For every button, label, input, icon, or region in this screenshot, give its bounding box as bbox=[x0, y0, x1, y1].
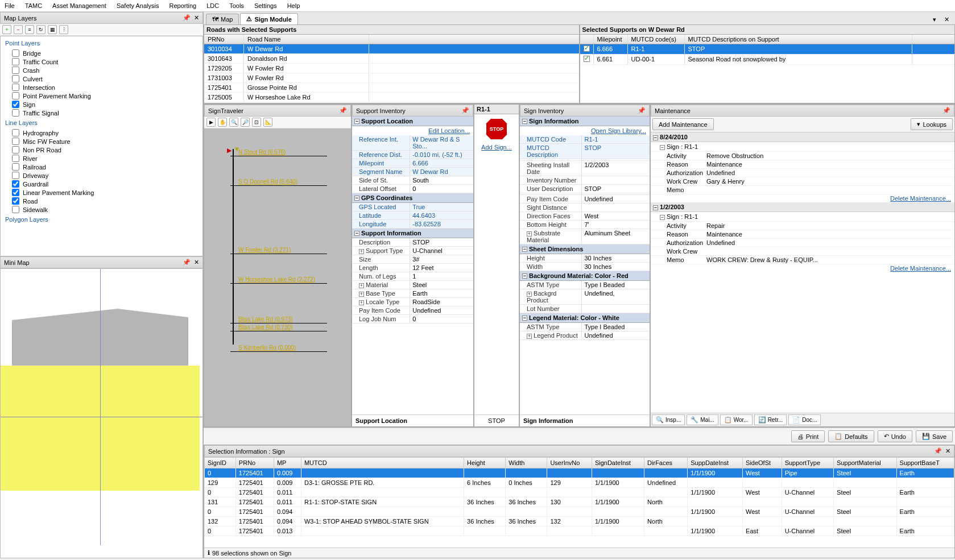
layer-checkbox[interactable] bbox=[12, 138, 19, 145]
prop-row[interactable]: DescriptionSTOP bbox=[352, 238, 473, 247]
layer-misc-fw-feature[interactable]: Misc FW Feature bbox=[2, 137, 201, 146]
layers-tree[interactable]: Point LayersBridgeTraffic CountCrashCulv… bbox=[0, 36, 203, 256]
lookups-button[interactable]: ▾Lookups bbox=[911, 118, 953, 130]
tab-map[interactable]: 🗺Map bbox=[206, 14, 239, 24]
maint-date[interactable]: − 8/24/2010 bbox=[651, 132, 954, 142]
prop-row[interactable]: Inventory Number bbox=[520, 176, 650, 185]
prop-row[interactable]: Reference Dist.-0.010 mi. (-52 ft.) bbox=[352, 151, 473, 159]
prop-row[interactable]: + Backgrd ProductUndefined, bbox=[520, 289, 650, 305]
prop-section[interactable]: − Support Information bbox=[352, 229, 473, 238]
maint-field[interactable]: AuthorizationUndefined bbox=[651, 239, 954, 247]
maint-field[interactable]: Work Crew bbox=[651, 247, 954, 256]
add-maintenance-button[interactable]: Add Maintenance bbox=[652, 118, 714, 130]
pin-icon[interactable]: 📌 bbox=[942, 107, 950, 114]
expand-icon[interactable]: + bbox=[359, 249, 364, 254]
menu-settings[interactable]: Settings bbox=[254, 2, 277, 9]
layer-culvert[interactable]: Culvert bbox=[2, 74, 201, 83]
zoom-out-icon[interactable]: 🔎 bbox=[241, 118, 250, 127]
expand-icon[interactable]: + bbox=[527, 292, 532, 297]
expand-icon[interactable]: + bbox=[527, 334, 532, 339]
maint-field[interactable]: Work CrewGary & Henry bbox=[651, 177, 954, 186]
footer-tab-wor[interactable]: 📋Wor... bbox=[720, 414, 753, 425]
layer-traffic-count[interactable]: Traffic Count bbox=[2, 57, 201, 66]
maint-field[interactable]: AuthorizationUndefined bbox=[651, 169, 954, 177]
prop-row[interactable]: Log Job Num0 bbox=[352, 315, 473, 323]
supports-grid[interactable]: 6.666R1-1STOP6.661UD-00-1Seasonal Road n… bbox=[580, 44, 955, 103]
selection-row[interactable]: 017254010.0091/1/1900WestPipeSteelEarth bbox=[205, 468, 954, 478]
road-row[interactable]: 1731003W Fowler Rd bbox=[204, 73, 579, 83]
selection-row[interactable]: 13117254010.011R1-1: STOP-STATE SIGN36 I… bbox=[205, 497, 954, 507]
prop-section[interactable]: − Background Material: Color - Red bbox=[520, 271, 650, 281]
prop-row[interactable]: Bottom Height7' bbox=[520, 221, 650, 229]
layer-section[interactable]: Polygon Layers bbox=[2, 214, 201, 225]
defaults-button[interactable]: 📋Defaults bbox=[828, 430, 874, 442]
prop-row[interactable]: Side of St.South bbox=[352, 176, 473, 185]
road-label[interactable]: W Fowler Rd (3.271) bbox=[238, 247, 291, 253]
selection-grid[interactable]: SignIDPRNoMPMUTCDHeightWidthUserInvNoSig… bbox=[204, 457, 954, 547]
prop-row[interactable]: Direction FacesWest bbox=[520, 212, 650, 221]
layer-guardrail[interactable]: Guardrail bbox=[2, 180, 201, 188]
save-button[interactable]: 💾Save bbox=[916, 430, 953, 442]
layer-section[interactable]: Line Layers bbox=[2, 117, 201, 128]
prop-row[interactable]: GPS LocatedTrue bbox=[352, 203, 473, 211]
layer-sidewalk[interactable]: Sidewalk bbox=[2, 205, 201, 214]
edit-location-link[interactable]: Edit Location... bbox=[428, 127, 470, 134]
road-row[interactable]: 3010034W Dewar Rd bbox=[204, 44, 579, 54]
layer-hydrography[interactable]: Hydrography bbox=[2, 128, 201, 137]
road-label[interactable]: S Kimberlin Rd (0.000) bbox=[238, 345, 296, 351]
layer-section[interactable]: Point Layers bbox=[2, 38, 201, 49]
road-label[interactable]: W Horseshoe Lake Rd (2.272) bbox=[238, 276, 315, 283]
maint-field[interactable]: ReasonMaintenance bbox=[651, 160, 954, 169]
col-header[interactable]: SignDateInst bbox=[592, 458, 644, 468]
layer-checkbox[interactable] bbox=[12, 101, 19, 108]
support-row[interactable]: 6.661UD-00-1Seasonal Road not snowplowed… bbox=[580, 55, 955, 65]
prop-row[interactable]: Pay Item CodeUndefined bbox=[520, 195, 650, 204]
pin-icon[interactable]: 📌 bbox=[183, 259, 191, 266]
road-row[interactable]: 1729205W Fowler Rd bbox=[204, 64, 579, 73]
selection-row[interactable]: 017254010.0941/1/1900WestU-ChannelSteelE… bbox=[205, 507, 954, 517]
sign-props[interactable]: − Sign InformationOpen Sign Library...MU… bbox=[520, 117, 650, 414]
prop-row[interactable]: Num. of Legs1 bbox=[352, 272, 473, 281]
layer-driveway[interactable]: Driveway bbox=[2, 171, 201, 180]
prop-row[interactable]: Lot Number bbox=[520, 305, 650, 313]
col-header[interactable]: Width bbox=[506, 458, 547, 468]
layer-traffic-signal[interactable]: Traffic Signal bbox=[2, 109, 201, 117]
expand-icon[interactable]: + bbox=[527, 231, 532, 237]
menu-ldc[interactable]: LDC bbox=[206, 2, 219, 9]
remove-icon[interactable]: − bbox=[14, 25, 23, 34]
prop-row[interactable]: ASTM TypeType I Beaded bbox=[520, 281, 650, 289]
layer-checkbox[interactable] bbox=[12, 180, 19, 188]
maint-field[interactable]: Memo bbox=[651, 186, 954, 194]
zoom-in-icon[interactable]: 🔍 bbox=[229, 118, 238, 127]
layer-icon[interactable]: ≡ bbox=[25, 25, 34, 34]
support-props[interactable]: − Support LocationEdit Location...Refere… bbox=[352, 117, 473, 414]
layer-checkbox[interactable] bbox=[12, 172, 19, 179]
refresh-icon[interactable]: ↻ bbox=[36, 25, 46, 34]
dropdown-icon[interactable]: ▾ bbox=[929, 15, 940, 24]
layer-crash[interactable]: Crash bbox=[2, 66, 201, 74]
prop-row[interactable]: + Base TypeEarth bbox=[352, 289, 473, 298]
road-label[interactable]: Bliss Lake Rd (0.973) bbox=[238, 316, 293, 322]
selection-row[interactable]: 017254010.0111/1/1900WestU-ChannelSteelE… bbox=[205, 488, 954, 497]
print-button[interactable]: 🖨Print bbox=[791, 430, 825, 442]
layer-bridge[interactable]: Bridge bbox=[2, 49, 201, 57]
roads-grid[interactable]: 3010034W Dewar Rd3010643Donaldson Rd1729… bbox=[204, 44, 579, 103]
support-row[interactable]: 6.666R1-1STOP bbox=[580, 44, 955, 55]
layer-checkbox[interactable] bbox=[12, 163, 19, 171]
prop-section[interactable]: − Support Location bbox=[352, 117, 473, 126]
legend-icon[interactable]: ▦ bbox=[48, 25, 57, 34]
footer-tab-doc[interactable]: 📄Doc... bbox=[788, 414, 821, 425]
layer-checkbox[interactable] bbox=[12, 189, 19, 196]
col-header[interactable]: SideOfSt bbox=[743, 458, 782, 468]
col-header[interactable]: PRNo bbox=[235, 458, 274, 468]
prop-row[interactable]: Reference Int.W Dewar Rd & S Sto... bbox=[352, 135, 473, 151]
road-label[interactable]: N Stout Rd (6.676) bbox=[238, 149, 286, 155]
road-row[interactable]: 1725401Grosse Pointe Rd bbox=[204, 83, 579, 93]
close-icon[interactable]: ✕ bbox=[945, 447, 950, 455]
prop-row[interactable]: ASTM TypeType I Beaded bbox=[520, 323, 650, 331]
expand-icon[interactable]: + bbox=[359, 292, 364, 297]
col-header[interactable]: SupportType bbox=[782, 458, 833, 468]
road-row[interactable]: 3010643Donaldson Rd bbox=[204, 54, 579, 64]
pointer-icon[interactable]: ▶ bbox=[206, 118, 216, 127]
menu-asset-management[interactable]: Asset Management bbox=[52, 2, 106, 9]
